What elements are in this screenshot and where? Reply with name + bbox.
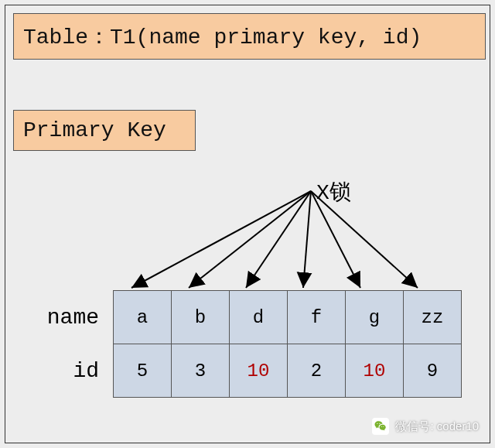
svg-line-1	[189, 191, 311, 288]
watermark: 微信号: coder10	[372, 418, 479, 435]
cell-id: 2	[288, 344, 346, 398]
cell-id: 10	[346, 344, 404, 398]
cell-id: 3	[172, 344, 230, 398]
cell-id: 5	[114, 344, 172, 398]
primary-key-banner: Primary Key	[13, 110, 196, 151]
table-definition-text: Table：T1(name primary key, id)	[23, 26, 422, 50]
svg-line-2	[246, 191, 311, 288]
data-table: name a b d f g zz id 5 3 10 2 10 9	[29, 290, 462, 398]
diagram-frame: Table：T1(name primary key, id) Primary K…	[5, 5, 490, 443]
cell-name: d	[230, 291, 288, 344]
cell-name: a	[114, 291, 172, 344]
table-row: name a b d f g zz	[29, 291, 462, 344]
table-definition-banner: Table：T1(name primary key, id)	[13, 13, 486, 60]
row-label-name: name	[29, 291, 114, 344]
row-label-id: id	[29, 344, 114, 398]
cell-name: zz	[404, 291, 462, 344]
svg-line-3	[303, 191, 311, 288]
watermark-text: 微信号: coder10	[395, 419, 479, 434]
svg-line-0	[131, 191, 311, 288]
primary-key-label: Primary Key	[23, 118, 166, 142]
cell-id: 10	[230, 344, 288, 398]
table-row: id 5 3 10 2 10 9	[29, 344, 462, 398]
cell-name: f	[288, 291, 346, 344]
cell-name: b	[172, 291, 230, 344]
wechat-icon	[372, 418, 389, 435]
x-lock-label: X锁	[316, 177, 351, 207]
cell-name: g	[346, 291, 404, 344]
cell-id: 9	[404, 344, 462, 398]
